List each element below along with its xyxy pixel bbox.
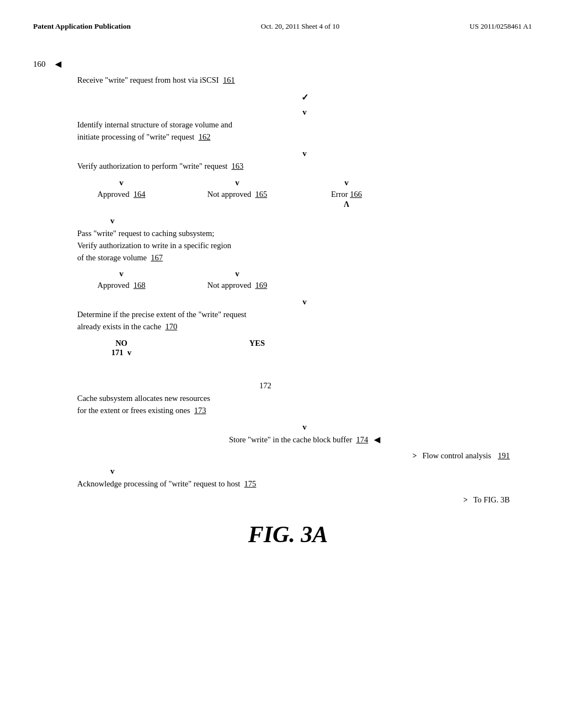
v-arrow-branch2-left: v	[119, 269, 124, 279]
step-175: Acknowledge processing of "write" reques…	[77, 478, 532, 490]
no-label: NO 171 v	[111, 339, 132, 357]
yes-label: YES	[249, 339, 265, 348]
error-ref: 166	[350, 190, 362, 199]
error-branch: v Error 166 Λ	[331, 178, 362, 209]
v-arrow-branch2-right: v	[235, 269, 239, 279]
branch-2-approved-ref: 168	[134, 281, 146, 290]
step-162-ref: 162	[199, 132, 211, 141]
start-left-arrow: ◀	[55, 60, 61, 69]
yes-ref: 172	[259, 381, 271, 390]
step-163-ref: 163	[232, 162, 244, 170]
header-date-sheet: Oct. 20, 2011 Sheet 4 of 10	[261, 22, 340, 31]
step-174-ref: 174	[356, 435, 368, 444]
step-163: Verify authorization to perform "write" …	[77, 160, 532, 173]
branch-1: v Approved 164 v Not approved 165 v	[77, 178, 532, 209]
fig-number-160: 160	[33, 60, 46, 69]
v-arrow-6: v	[110, 466, 532, 476]
flow-control-row: > Flow control analysis 191	[77, 451, 532, 461]
step-173-text: Cache subsystem allocates new resources …	[77, 394, 210, 415]
to-fig3b-row: > To FIG. 3B	[77, 495, 532, 505]
v-arrow-branch1-right: v	[235, 178, 239, 188]
branch-2-approved: Approved 168	[98, 281, 146, 290]
yes-branch: YES 172	[243, 339, 271, 390]
branch-1-not-approved: Not approved 165	[207, 190, 267, 199]
branch-1-approved-ref: 164	[134, 190, 146, 199]
no-branch: NO 171 v	[77, 339, 166, 357]
flowchart: Receive "write" request from host via iS…	[77, 74, 532, 505]
error-label-block: Error 166	[331, 190, 362, 199]
v-arrow-1: v	[77, 107, 532, 117]
step-162-text: Identify internal structure of storage v…	[77, 120, 232, 141]
flow-control-text: Flow control analysis	[422, 451, 491, 460]
step-170-text: Determine if the precise extent of the "…	[77, 310, 247, 331]
to-fig3b-text: To FIG. 3B	[473, 495, 510, 504]
header-patent-number: US 2011/0258461 A1	[470, 22, 532, 31]
step-173-ref: 173	[194, 406, 206, 415]
step-174: Store "write" in the cache block buffer …	[77, 434, 532, 446]
v-arrow-2: v	[77, 148, 532, 158]
branch-2-not-approved-ref: 169	[255, 281, 267, 290]
v-arrow-branch1-left: v	[119, 178, 124, 188]
flow-control-ref: 191	[498, 451, 510, 460]
step-170-ref: 170	[165, 322, 177, 331]
error-up-arrow: Λ	[344, 200, 349, 209]
branch-1-approved: Approved 164	[98, 190, 146, 199]
to-fig3b-arrow: >	[463, 496, 468, 504]
v-arrow-error: v	[344, 178, 349, 188]
step-167-ref: 167	[151, 253, 163, 262]
step-175-text: Acknowledge processing of "write" reques…	[77, 479, 256, 488]
step-170: Determine if the precise extent of the "…	[77, 309, 532, 333]
branch-2: v Approved 168 v Not approved 169	[77, 269, 532, 290]
branch-2-right: v Not approved 169	[188, 269, 287, 290]
branch-1-left: v Approved 164	[77, 178, 166, 199]
v-arrow-5: v	[77, 422, 532, 432]
branch-2-not-approved: Not approved 169	[207, 281, 267, 290]
arrow-down-1: ✓	[77, 91, 532, 104]
branch-1-not-approved-ref: 165	[255, 190, 267, 199]
branch-2-left: v Approved 168	[77, 269, 166, 290]
content-area: 160 ◀ Receive "write" request from host …	[0, 42, 565, 570]
start-arrow-row: ◀	[55, 60, 532, 69]
branch-1-right: v Not approved 165	[188, 178, 287, 199]
step-161-ref: 161	[223, 76, 235, 84]
v-arrow-3: v	[110, 216, 532, 226]
step-174-left-arrow: ◀	[374, 436, 380, 444]
header-publication-label: Patent Application Publication	[33, 22, 131, 31]
step-167-text: Pass "write" request to caching subsyste…	[77, 229, 231, 262]
no-yes-branch: NO 171 v YES 172	[77, 339, 532, 390]
page: Patent Application Publication Oct. 20, …	[0, 0, 565, 728]
v-arrow-4: v	[77, 297, 532, 307]
fig-label: FIG. 3A	[44, 521, 532, 548]
step-161-text: Receive "write" request from host via iS…	[77, 76, 235, 84]
step-163-text: Verify authorization to perform "write" …	[77, 162, 243, 170]
step-167: Pass "write" request to caching subsyste…	[77, 228, 532, 264]
flow-control-arrow: >	[412, 452, 417, 460]
step-174-text: Store "write" in the cache block buffer …	[229, 435, 380, 444]
step-173: Cache subsystem allocates new resources …	[77, 393, 532, 417]
step-161: Receive "write" request from host via iS…	[77, 74, 532, 87]
header: Patent Application Publication Oct. 20, …	[0, 0, 565, 42]
step-175-ref: 175	[244, 479, 257, 488]
step-162: Identify internal structure of storage v…	[77, 119, 532, 143]
